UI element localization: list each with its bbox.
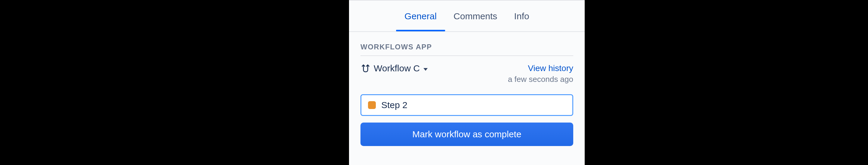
step-select[interactable]: Step 2	[361, 94, 573, 116]
section-heading: WORKFLOWS APP	[361, 43, 573, 56]
workflow-icon	[361, 63, 371, 73]
time-ago: a few seconds ago	[508, 75, 573, 84]
tabs: General Comments Info	[349, 1, 585, 32]
workflow-name: Workflow C	[374, 63, 420, 73]
side-panel: General Comments Info WORKFLOWS APP Work…	[349, 0, 585, 165]
chevron-down-icon	[424, 68, 428, 71]
tab-general[interactable]: General	[396, 1, 445, 30]
panel-top-border	[349, 0, 585, 1]
status-dot-icon	[368, 101, 376, 109]
mark-complete-button[interactable]: Mark workflow as complete	[361, 123, 573, 146]
workflow-selector[interactable]: Workflow C	[361, 63, 428, 73]
step-label: Step 2	[381, 100, 407, 110]
workflow-meta: View history a few seconds ago	[508, 63, 573, 84]
tab-comments[interactable]: Comments	[445, 1, 506, 30]
view-history-link[interactable]: View history	[508, 63, 573, 73]
tab-info[interactable]: Info	[506, 1, 538, 30]
workflow-row: Workflow C View history a few seconds ag…	[361, 63, 573, 84]
